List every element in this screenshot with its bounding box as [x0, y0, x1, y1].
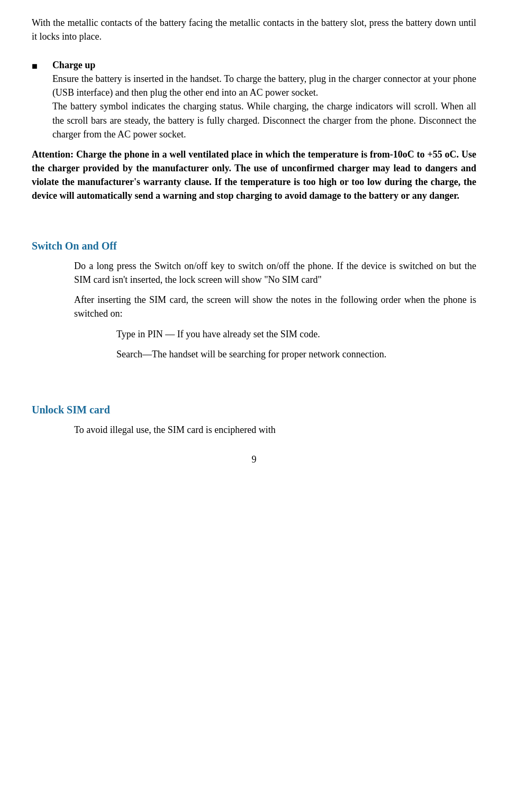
charge-section: ■ Charge up Ensure the battery is insert… — [32, 58, 476, 141]
switch-para1: Do a long press the Switch on/off key to… — [74, 259, 476, 287]
charge-para2: The battery symbol indicates the chargin… — [52, 101, 476, 139]
charge-title: Charge up — [52, 60, 96, 70]
pin-line: Type in PIN — If you have already set th… — [116, 327, 476, 341]
unlock-para1: To avoid illegal use, the SIM card is en… — [74, 423, 476, 437]
bullet-icon: ■ — [32, 59, 38, 73]
attention-block: Attention: Charge the phone in a well ve… — [32, 147, 476, 202]
switch-section-title: Switch On and Off — [32, 238, 476, 254]
page-number: 9 — [32, 453, 476, 466]
search-line: Search—The handset will be searching for… — [116, 347, 476, 361]
unlock-section-title: Unlock SIM card — [32, 402, 476, 418]
switch-section: Switch On and Off Do a long press the Sw… — [32, 238, 476, 361]
intro-paragraph: With the metallic contacts of the batter… — [32, 16, 476, 43]
charge-para1: Ensure the battery is inserted in the ha… — [52, 73, 476, 98]
page-content: With the metallic contacts of the batter… — [32, 16, 476, 466]
unlock-section: Unlock SIM card To avoid illegal use, th… — [32, 402, 476, 437]
switch-para2: After inserting the SIM card, the screen… — [74, 293, 476, 320]
charge-content: Charge up Ensure the battery is inserted… — [52, 58, 476, 141]
